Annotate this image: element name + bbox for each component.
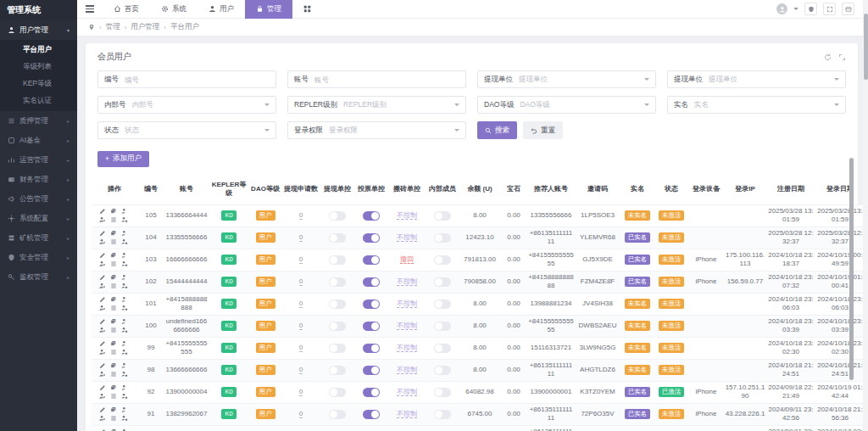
brick-ctl-link[interactable]: 不控制 [397,410,417,418]
toggle-switch[interactable] [434,388,451,397]
withdraw-count-link[interactable]: 0 [299,388,303,396]
sidebar-item-系统配置[interactable]: 系统配置▸ [0,209,77,228]
nav-item-首页[interactable]: 首页 [103,0,150,19]
sidebar-item-矿机管理[interactable]: 矿机管理▸ [0,228,77,248]
copy-icon[interactable] [110,406,119,413]
table-scrollbar-thumb[interactable] [849,158,854,380]
breadcrumb-item[interactable]: 用户管理 [131,22,159,32]
user-add-icon[interactable] [99,415,108,422]
withdraw-count-link[interactable]: 0 [299,233,303,242]
avatar[interactable] [776,3,787,14]
filter-select-DAO等级[interactable]: DAO等级 [520,100,644,110]
edit-icon[interactable] [99,340,108,347]
copy-icon[interactable] [110,230,119,237]
add-user-button[interactable]: + 添加用户 [97,151,149,167]
user-lock-icon[interactable] [121,327,130,333]
toggle-switch[interactable] [434,255,451,265]
fullscreen-button[interactable] [823,3,836,15]
toggle-switch[interactable] [434,366,451,375]
filter-select-状态[interactable]: 状态 [125,126,264,136]
copy-icon[interactable] [110,318,119,325]
filter-select-内部号[interactable]: 内部号 [132,100,265,110]
nav-item-系统[interactable]: 系统 [150,0,198,19]
user-arrow-icon[interactable] [121,208,130,215]
user-lock-icon[interactable] [121,349,130,355]
toggle-switch[interactable] [329,211,346,221]
toggle-switch[interactable] [329,344,346,353]
page-scrollbar[interactable] [863,0,868,431]
toggle-switch[interactable] [434,299,451,309]
user-add-icon[interactable] [99,216,108,223]
user-lock-icon[interactable] [121,371,130,378]
brick-ctl-link[interactable]: 不控制 [397,388,417,396]
user-arrow-icon[interactable] [121,318,130,325]
refresh-icon[interactable] [824,53,832,61]
search-button[interactable]: 搜索 [477,121,517,139]
filter-input-账号[interactable] [314,76,465,84]
breadcrumb-item[interactable]: 管理 [106,22,120,32]
edit-icon[interactable] [99,318,108,325]
toggle-switch[interactable] [363,322,380,331]
user-arrow-icon[interactable] [121,406,130,413]
filter-select-登录权限[interactable]: 登录权限 [329,126,454,136]
filter-select-实名[interactable]: 实名 [694,100,834,110]
user-add-icon[interactable] [99,260,108,267]
edit-icon[interactable] [99,406,108,413]
withdraw-count-link[interactable]: 0 [299,299,303,308]
toggle-switch[interactable] [329,233,346,243]
user-lock-icon[interactable] [121,216,130,223]
nav-item-用户[interactable]: 用户 [198,0,245,19]
filter-select-REPLER级别[interactable]: REPLER级别 [343,100,454,110]
toggle-switch[interactable] [329,410,346,419]
toggle-switch[interactable] [363,299,380,309]
toggle-switch[interactable] [434,211,451,221]
edit-icon[interactable] [99,208,108,215]
user-lock-icon[interactable] [121,238,130,245]
user-arrow-icon[interactable] [121,362,130,369]
toggle-switch[interactable] [329,366,346,375]
edit-icon[interactable] [99,362,108,369]
list-icon[interactable] [110,238,119,245]
layout-button[interactable] [842,3,854,15]
user-lock-icon[interactable] [121,260,130,267]
collapse-icon[interactable] [838,53,846,61]
sidebar-subitem-等级列表[interactable]: 等级列表 [0,58,77,75]
sidebar-item-AI基金[interactable]: AI基金▸ [0,131,77,150]
sidebar-subitem-平台用户[interactable]: 平台用户 [0,41,77,58]
sidebar-item-财务管理[interactable]: 财务管理▸ [0,170,77,189]
brick-ctl-link[interactable]: 不控制 [397,322,417,330]
apps-grid-icon[interactable] [292,0,322,19]
edit-icon[interactable] [99,296,108,303]
sidebar-item-运营管理[interactable]: 运营管理▸ [0,150,77,170]
edit-icon[interactable] [99,230,108,237]
user-lock-icon[interactable] [121,393,130,400]
brick-ctl-link[interactable]: 不控制 [397,344,417,352]
copy-icon[interactable] [110,340,119,347]
withdraw-count-link[interactable]: 0 [299,322,303,330]
copy-icon[interactable] [110,252,119,259]
avatar-caret-icon[interactable] [793,8,798,10]
user-add-icon[interactable] [99,305,108,311]
user-lock-icon[interactable] [121,305,130,311]
user-add-icon[interactable] [99,283,108,289]
withdraw-count-link[interactable]: 0 [299,366,303,374]
toggle-switch[interactable] [434,233,451,243]
edit-icon[interactable] [99,274,108,281]
user-arrow-icon[interactable] [121,274,130,281]
user-add-icon[interactable] [99,371,108,378]
user-lock-icon[interactable] [121,283,130,289]
hamburger-icon[interactable] [77,5,103,12]
filter-select-提现单位[interactable]: 提现单位 [519,75,644,85]
list-icon[interactable] [110,305,119,311]
copy-icon[interactable] [110,362,119,369]
user-add-icon[interactable] [99,327,108,333]
withdraw-count-link[interactable]: 0 [299,410,303,418]
list-icon[interactable] [110,415,119,422]
toggle-switch[interactable] [363,211,380,221]
shield-button[interactable] [804,3,817,15]
sidebar-item-公告管理[interactable]: 公告管理▸ [0,189,77,209]
toggle-switch[interactable] [363,344,380,353]
user-add-icon[interactable] [99,393,108,400]
list-icon[interactable] [110,327,119,333]
brick-ctl-link[interactable]: 撤回 [400,255,414,264]
